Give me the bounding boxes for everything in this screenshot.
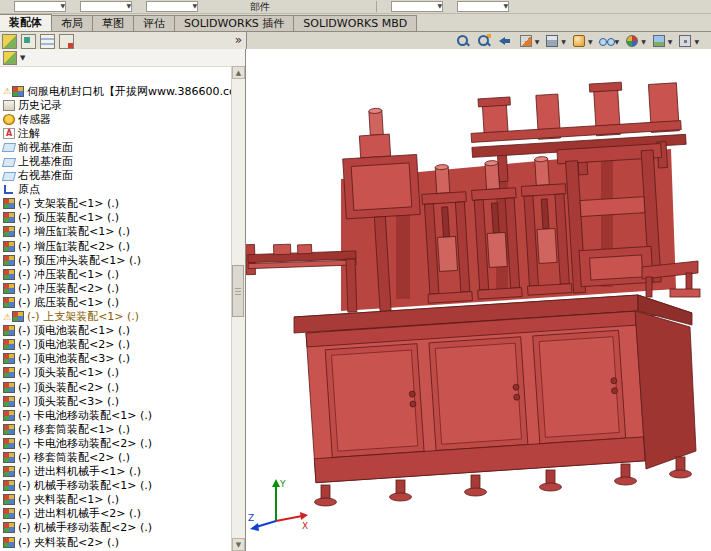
tree-item-icon xyxy=(3,226,15,237)
tree-item[interactable]: (-) 机械手移动装配<2> (.) xyxy=(0,521,232,535)
scrollbar-thumb[interactable] xyxy=(232,265,244,317)
propertymanager-tab-icon[interactable] xyxy=(21,34,36,49)
commandmanager-tabs: 装配体布局草图评估SOLIDWORKS 插件SOLIDWORKS MBD xyxy=(0,14,711,32)
configurationmanager-tab-icon[interactable] xyxy=(40,34,55,49)
chevron-down-icon[interactable]: ▼ xyxy=(588,38,593,45)
tree-item-label: 上视基准面 xyxy=(18,154,73,168)
tree-item[interactable]: 历史记录 xyxy=(0,98,232,112)
heads-up-view-toolbar: ▼▼▼▼▼▼▼ xyxy=(247,32,711,50)
tree-display-pane-header[interactable]: ▼ xyxy=(0,49,245,67)
tree-item[interactable]: (-) 顶头装配<3> (.) xyxy=(0,394,232,408)
tree-item-label: (-) 底压装配<1> (.) xyxy=(18,295,119,309)
tree-item-label: 前视基准面 xyxy=(18,140,73,154)
tree-item[interactable]: (-) 顶头装配<1> (.) xyxy=(0,366,232,380)
tree-item-icon xyxy=(3,114,15,125)
tree-item[interactable]: 上视基准面 xyxy=(0,154,232,168)
zoom-fit-button[interactable] xyxy=(453,33,473,49)
tree-item[interactable]: (-) 移套筒装配<1> (.) xyxy=(0,422,232,436)
tree-item-icon xyxy=(3,353,15,364)
featuremanager-tree-tab-icon[interactable] xyxy=(2,34,17,49)
apply-scene-button[interactable]: ▼ xyxy=(649,33,675,49)
tree-scrollbar[interactable]: ▲ ▼ xyxy=(231,66,245,551)
tree-item[interactable]: ⚠ 伺服电机封口机【开拔网www.386600.com xyxy=(0,84,232,98)
tree-item[interactable]: (-) 进出料机械手<2> (.) xyxy=(0,507,232,521)
tree-item[interactable]: (-) 卡电池移动装配<2> (.) xyxy=(0,436,232,450)
toolbar-dropdown[interactable]: ▼ xyxy=(146,1,198,12)
chevron-down-icon[interactable]: ▼ xyxy=(694,38,699,45)
tree-item[interactable]: (-) 顶头装配<2> (.) xyxy=(0,380,232,394)
display-style-button[interactable]: ▼ xyxy=(569,33,595,49)
tree-item[interactable]: 传感器 xyxy=(0,112,232,126)
chevron-down-icon[interactable]: ▼ xyxy=(668,38,673,45)
toolbar-dropdown[interactable]: ▼ xyxy=(457,1,509,12)
toolbar-dropdown[interactable]: ▼ xyxy=(80,1,132,12)
chevron-down-icon[interactable]: ▼ xyxy=(615,38,620,45)
command-tab[interactable]: SOLIDWORKS 插件 xyxy=(174,15,294,31)
tree-item[interactable]: (-) 进出料机械手<1> (.) xyxy=(0,465,232,479)
tree-item-label: (-) 卡电池移动装配<1> (.) xyxy=(18,408,152,422)
tree-item[interactable]: (-) 夹料装配<1> (.) xyxy=(0,493,232,507)
edit-appearance-button[interactable]: ▼ xyxy=(622,33,648,49)
tree-item[interactable]: ⚠ (-) 上支架装配<1> (.) xyxy=(0,310,232,324)
tree-item-label: 历史记录 xyxy=(18,98,62,112)
section-view-button[interactable]: ▼ xyxy=(516,33,542,49)
scroll-up-button[interactable]: ▲ xyxy=(232,66,245,79)
tree-item[interactable]: (-) 冲压装配<2> (.) xyxy=(0,281,232,295)
command-tab[interactable]: 草图 xyxy=(92,15,134,31)
tree-item-icon xyxy=(12,86,24,97)
hide-show-items-button[interactable]: ▼ xyxy=(596,33,622,49)
tree-item[interactable]: A 注解 xyxy=(0,126,232,140)
tree-item-icon xyxy=(3,537,15,548)
graphics-viewport[interactable]: Y X Z xyxy=(246,49,711,551)
tree-item[interactable]: 原点 xyxy=(0,183,232,197)
tree-item[interactable]: (-) 冲压装配<1> (.) xyxy=(0,267,232,281)
command-tab[interactable]: 装配体 xyxy=(0,14,52,31)
chevron-down-icon[interactable]: ▼ xyxy=(20,54,25,62)
tree-item-label: (-) 进出料机械手<1> (.) xyxy=(18,465,141,479)
view-settings-button[interactable]: ▼ xyxy=(675,33,701,49)
chevron-down-icon[interactable]: ▼ xyxy=(561,38,566,45)
tree-item-icon xyxy=(12,311,24,322)
chevron-down-icon[interactable]: ▼ xyxy=(535,38,540,45)
scroll-down-button[interactable]: ▼ xyxy=(232,538,245,551)
tree-item[interactable]: (-) 预压冲头装配<1> (.) xyxy=(0,253,232,267)
tree-item[interactable]: (-) 支架装配<1> (.) xyxy=(0,197,232,211)
tree-item[interactable]: (-) 顶电池装配<3> (.) xyxy=(0,352,232,366)
command-tab[interactable]: SOLIDWORKS MBD xyxy=(293,15,417,31)
tree-item-icon xyxy=(3,241,15,252)
chevron-down-icon[interactable]: ▼ xyxy=(641,38,646,45)
machine-3d-model[interactable]: Y X Z xyxy=(246,49,711,551)
view-orientation-button[interactable]: ▼ xyxy=(542,33,568,49)
command-tab[interactable]: 评估 xyxy=(133,15,175,31)
command-tab[interactable]: 布局 xyxy=(51,15,93,31)
featuremanager-panel: ▼ ⚠ 伺服电机封口机【开拔网www.386600.com 历史记录 传感器 A… xyxy=(0,49,246,551)
tree-item[interactable]: (-) 卡电池移动装配<1> (.) xyxy=(0,408,232,422)
tree-item[interactable]: (-) 机械手移动装配<1> (.) xyxy=(0,479,232,493)
previous-view-button[interactable] xyxy=(495,33,515,49)
component-menu-label[interactable]: 部件 xyxy=(250,0,270,14)
tree-item-icon xyxy=(3,297,15,308)
toolbar-dropdown[interactable]: ▼ xyxy=(14,1,66,12)
tree-item-label: 伺服电机封口机【开拔网www.386600.com xyxy=(27,84,232,98)
tree-item[interactable]: (-) 预压装配<1> (.) xyxy=(0,211,232,225)
tree-item[interactable]: (-) 增压缸装配<1> (.) xyxy=(0,225,232,239)
panel-tabs-overflow-button[interactable]: » xyxy=(235,33,242,47)
tree-item[interactable]: (-) 顶电池装配<1> (.) xyxy=(0,324,232,338)
tree-item[interactable]: (-) 顶电池装配<2> (.) xyxy=(0,338,232,352)
previous-view-icon xyxy=(497,33,513,49)
tree-item[interactable]: (-) 夹料装配<2> (.) xyxy=(0,535,232,549)
toolbar-dropdown[interactable]: ▼ xyxy=(391,1,443,12)
zoom-area-button[interactable] xyxy=(474,33,494,49)
tree-item[interactable]: 右视基准面 xyxy=(0,169,232,183)
triad-y-label: Y xyxy=(279,479,286,489)
tree-item-label: (-) 顶头装配<3> (.) xyxy=(18,394,119,408)
tree-item[interactable]: (-) 增压缸装配<2> (.) xyxy=(0,239,232,253)
tree-item[interactable]: (-) 移套筒装配<2> (.) xyxy=(0,450,232,464)
dimxpertmanager-tab-icon[interactable] xyxy=(59,34,74,49)
tree-item-label: (-) 顶电池装配<3> (.) xyxy=(18,352,130,366)
tree-item[interactable]: (-) 底压装配<1> (.) xyxy=(0,295,232,309)
tree-item-label: (-) 卡电池移动装配<2> (.) xyxy=(18,436,152,450)
tree-item-label: (-) 顶头装配<2> (.) xyxy=(18,380,119,394)
tree-item[interactable]: 前视基准面 xyxy=(0,140,232,154)
tree-item-label: (-) 预压装配<1> (.) xyxy=(18,211,119,225)
